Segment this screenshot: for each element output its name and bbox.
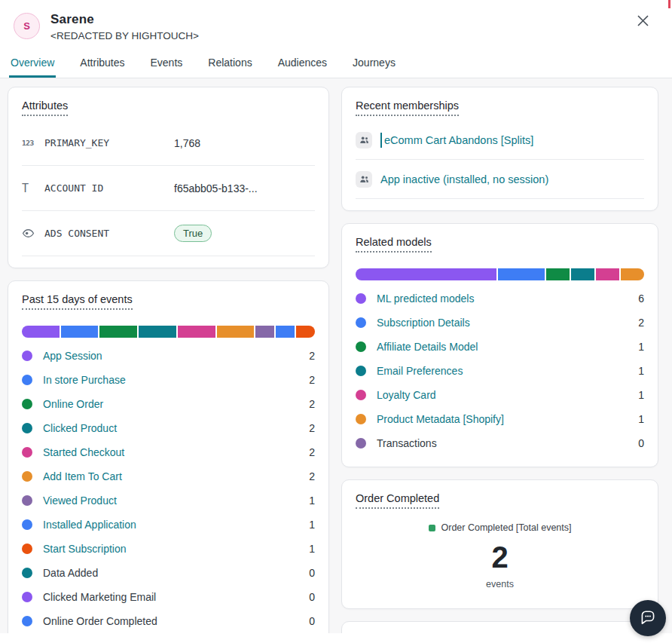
- membership-link[interactable]: eComm Cart Abandons [Splits]: [384, 134, 533, 146]
- related-model-link[interactable]: ML predicted models: [377, 292, 638, 305]
- event-color-dot: [22, 399, 32, 409]
- bar-segment: [99, 326, 137, 338]
- right-column: Recent memberships eComm Cart Abandons […: [341, 87, 658, 633]
- bar-segment: [178, 326, 215, 338]
- related-model-link[interactable]: Product Metadata [Shopify]: [377, 413, 638, 425]
- event-link[interactable]: Clicked Product: [43, 422, 309, 434]
- related-models-card-title: Related models: [356, 236, 432, 253]
- event-row: App Session 2: [22, 344, 315, 368]
- tab-bar: Overview Attributes Events Relations Aud…: [0, 41, 672, 78]
- tab[interactable]: Audiences: [276, 57, 328, 78]
- tab[interactable]: Relations: [206, 57, 253, 78]
- event-link[interactable]: Online Order Completed: [43, 615, 309, 627]
- event-count: 2: [309, 422, 315, 434]
- event-link[interactable]: Started Checkout: [43, 446, 309, 458]
- event-count: 0: [309, 567, 315, 579]
- related-model-count: 1: [638, 341, 644, 353]
- order-caption: events: [356, 579, 644, 589]
- profile-identity: Sarene <REDACTED BY HIGHTOUCH>: [50, 12, 199, 41]
- events-card-title: Past 15 days of events: [22, 293, 133, 310]
- close-button[interactable]: [634, 14, 651, 30]
- event-link[interactable]: Data Added: [43, 567, 309, 579]
- related-model-row: Email Preferences 1: [356, 359, 644, 383]
- related-model-row: Product Metadata [Shopify] 1: [356, 407, 644, 431]
- chat-bubble-icon: [638, 608, 658, 629]
- profile-header: S Sarene <REDACTED BY HIGHTOUCH>: [0, 0, 672, 41]
- order-legend: Order Completed [Total events]: [356, 522, 644, 533]
- attribute-label: ACCOUNT ID: [44, 182, 174, 194]
- event-color-dot: [22, 592, 32, 602]
- event-count: 0: [309, 591, 315, 603]
- event-link[interactable]: Add Item To Cart: [43, 470, 309, 482]
- tab[interactable]: Overview: [9, 57, 56, 78]
- related-models-list: ML predicted models 6 Subscription Detai…: [356, 286, 644, 455]
- attribute-label: ADS CONSENT: [44, 228, 174, 239]
- attribute-row: T ACCOUNT ID f65abb05-b133-...: [22, 166, 315, 211]
- model-color-dot: [356, 438, 366, 449]
- bar-segment: [139, 326, 176, 338]
- text-cursor: [380, 133, 382, 148]
- tab[interactable]: Journeys: [351, 57, 397, 78]
- profile-subtitle: <REDACTED BY HIGHTOUCH>: [50, 30, 199, 41]
- profile-name: Sarene: [50, 12, 199, 27]
- overview-content: Attributes 123 PRIMARY_KEY 1,768 T ACCOU…: [0, 78, 672, 633]
- event-count: 1: [309, 519, 315, 531]
- audience-chip: [356, 171, 372, 188]
- event-link[interactable]: Installed Application: [43, 519, 309, 531]
- related-model-row: Loyalty Card 1: [356, 383, 644, 407]
- event-count: 2: [309, 350, 315, 362]
- order-legend-label: Order Completed [Total events]: [441, 522, 572, 533]
- events-card: Past 15 days of events App Session 2 In: [8, 280, 329, 633]
- attribute-row: ADS CONSENT True: [22, 211, 315, 256]
- event-link[interactable]: In store Purchase: [43, 374, 309, 386]
- related-model-link[interactable]: Loyalty Card: [377, 389, 638, 401]
- edge-marker: [668, 0, 670, 8]
- tab[interactable]: Events: [149, 57, 185, 78]
- event-color-dot: [22, 568, 32, 578]
- event-row: Installed Application 1: [22, 513, 315, 537]
- membership-row: App inactive (installed, no session): [356, 160, 644, 199]
- event-row: Clicked Marketing Email 0: [22, 585, 315, 609]
- event-color-dot: [22, 543, 32, 554]
- order-total-value: 2: [356, 540, 644, 574]
- event-row: In store Purchase 2: [22, 368, 315, 392]
- related-model-link[interactable]: Email Preferences: [377, 365, 638, 377]
- memberships-card: Recent memberships eComm Cart Abandons […: [341, 87, 658, 211]
- number-type-icon: 123: [22, 139, 44, 147]
- users-icon: [359, 174, 369, 184]
- bar-segment: [596, 268, 619, 280]
- related-models-distribution-bar: [356, 268, 644, 280]
- related-model-count: 2: [638, 317, 644, 329]
- audience-chip: [356, 132, 372, 149]
- attribute-row: 123 PRIMARY_KEY 1,768: [22, 121, 315, 166]
- bar-segment: [571, 268, 594, 280]
- related-model-count: 1: [638, 413, 644, 425]
- event-link[interactable]: App Session: [43, 350, 309, 362]
- event-link[interactable]: Online Order: [43, 398, 309, 410]
- attribute-value: 1,768: [174, 137, 200, 149]
- membership-link[interactable]: App inactive (installed, no session): [380, 173, 548, 185]
- model-color-dot: [356, 293, 366, 304]
- related-model-link[interactable]: Affiliate Details Model: [377, 341, 638, 353]
- event-color-dot: [22, 351, 32, 361]
- profile-drawer: S Sarene <REDACTED BY HIGHTOUCH> Overvie…: [0, 0, 672, 643]
- related-model-row: Affiliate Details Model 1: [356, 335, 644, 359]
- related-model-link[interactable]: Subscription Details: [377, 317, 638, 329]
- event-row: Online Order Completed 0: [22, 609, 315, 633]
- event-link[interactable]: Viewed Product: [43, 494, 309, 507]
- boolean-type-icon: [22, 227, 44, 240]
- event-color-dot: [22, 375, 32, 385]
- event-count: 0: [309, 615, 315, 627]
- event-link[interactable]: Clicked Marketing Email: [43, 591, 309, 603]
- attributes-card-title: Attributes: [22, 100, 68, 116]
- related-model-count: 6: [638, 292, 644, 305]
- events-list: App Session 2 In store Purchase 2 Online: [22, 344, 315, 633]
- memberships-card-title: Recent memberships: [356, 100, 459, 116]
- text-type-icon: T: [22, 182, 44, 195]
- event-link[interactable]: Start Subscription: [43, 543, 309, 555]
- chat-launcher-button[interactable]: [630, 600, 666, 636]
- bar-segment: [546, 268, 570, 280]
- related-model-link[interactable]: Transactions: [377, 437, 638, 449]
- partial-card: [341, 621, 658, 633]
- tab[interactable]: Attributes: [78, 57, 126, 78]
